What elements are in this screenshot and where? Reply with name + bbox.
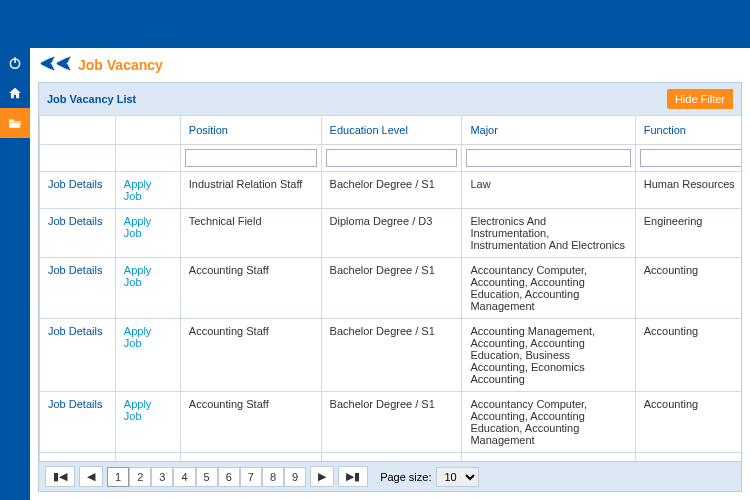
- cell-position: Accounting Staff: [180, 392, 321, 453]
- pager-prev[interactable]: ◀: [79, 466, 103, 487]
- pager-first[interactable]: ▮◀: [45, 466, 75, 487]
- filter-position[interactable]: [185, 149, 317, 167]
- sidebar-item-home[interactable]: [0, 78, 30, 108]
- hide-filter-button[interactable]: Hide Filter: [667, 89, 733, 109]
- cell-position: Accounting Staff: [180, 258, 321, 319]
- pager-last[interactable]: ▶▮: [338, 466, 368, 487]
- page-title: Job Vacancy: [78, 57, 163, 73]
- cell-major: Accountancy Computer, Accounting, Accoun…: [462, 258, 635, 319]
- job-details-link[interactable]: Job Details: [48, 178, 102, 190]
- cell-major: Law: [462, 172, 635, 209]
- home-icon: [8, 86, 22, 100]
- sidebar-item-folder[interactable]: [0, 108, 30, 138]
- page-size-select[interactable]: 10: [436, 467, 479, 487]
- sidebar-item-power[interactable]: [0, 48, 30, 78]
- pager-page-1[interactable]: 1: [107, 467, 129, 487]
- job-details-link[interactable]: Job Details: [48, 215, 102, 227]
- pager-page-6[interactable]: 6: [218, 467, 240, 487]
- cell-education: Bachelor Degree / S1: [321, 172, 462, 209]
- cell-function: Human Resources: [635, 172, 741, 209]
- panel-title: Job Vacancy List: [47, 93, 136, 105]
- cell-education: Bachelor Degree / S1: [321, 319, 462, 392]
- pager-next[interactable]: ▶: [310, 466, 334, 487]
- cell-function: Manufacturing: [635, 453, 741, 462]
- apply-job-link[interactable]: Apply Job: [124, 264, 152, 288]
- folder-open-icon: [8, 116, 22, 130]
- filter-education[interactable]: [326, 149, 458, 167]
- cell-function: Accounting: [635, 319, 741, 392]
- cell-education: Bachelor Degree / S1: [321, 392, 462, 453]
- cell-major: Accounting Management, Accounting, Accou…: [462, 319, 635, 392]
- col-header-position[interactable]: Position: [180, 116, 321, 145]
- sidebar: [0, 48, 30, 500]
- pager: ▮◀ ◀ 123456789 ▶ ▶▮ Page size: 10: [39, 461, 741, 491]
- pager-page-8[interactable]: 8: [262, 467, 284, 487]
- cell-education: Bachelor Degree / S1: [321, 453, 462, 462]
- col-header-education[interactable]: Education Level: [321, 116, 462, 145]
- pager-page-4[interactable]: 4: [173, 467, 195, 487]
- pager-page-2[interactable]: 2: [129, 467, 151, 487]
- apply-job-link[interactable]: Apply Job: [124, 215, 152, 239]
- cell-function: Accounting: [635, 258, 741, 319]
- cell-education: Diploma Degree / D3: [321, 209, 462, 258]
- cell-major: Industrial Engineering: [462, 453, 635, 462]
- col-header-function[interactable]: Function: [635, 116, 741, 145]
- cell-major: Electronics And Instrumentation, Instrum…: [462, 209, 635, 258]
- col-header-blank1: [40, 116, 116, 145]
- job-details-link[interactable]: Job Details: [48, 264, 102, 276]
- cell-major: Accountancy Computer, Accounting, Accoun…: [462, 392, 635, 453]
- pager-page-9[interactable]: 9: [284, 467, 306, 487]
- pager-page-3[interactable]: 3: [151, 467, 173, 487]
- cell-function: Accounting: [635, 392, 741, 453]
- col-header-major[interactable]: Major: [462, 116, 635, 145]
- table-row: Job DetailsApply JobAccounting StaffBach…: [40, 258, 742, 319]
- power-icon: [8, 56, 22, 70]
- cell-position: Industrial Relation Staff: [180, 172, 321, 209]
- vacancy-table: Position Education Level Major Function …: [39, 115, 741, 461]
- cell-function: Engineering: [635, 209, 741, 258]
- pager-page-7[interactable]: 7: [240, 467, 262, 487]
- apply-job-link[interactable]: Apply Job: [124, 178, 152, 202]
- apply-job-link[interactable]: Apply Job: [124, 325, 152, 349]
- table-row: Job DetailsApply JobIndustrial Relation …: [40, 172, 742, 209]
- cell-position: Accounting Staff: [180, 319, 321, 392]
- table-row: Job DetailsApply JobAccounting StaffBach…: [40, 319, 742, 392]
- page-header: ⮜⮜ Job Vacancy: [30, 48, 750, 82]
- job-details-link[interactable]: Job Details: [48, 398, 102, 410]
- col-header-blank2: [115, 116, 180, 145]
- cell-education: Bachelor Degree / S1: [321, 258, 462, 319]
- table-row: Job DetailsApply JobAccounting StaffBach…: [40, 392, 742, 453]
- cell-position: Technical Field: [180, 209, 321, 258]
- table-row: Job DetailsApply JobTechnical FieldDiplo…: [40, 209, 742, 258]
- cell-position: PPIC Staff: [180, 453, 321, 462]
- job-details-link[interactable]: Job Details: [48, 325, 102, 337]
- filter-major[interactable]: [466, 149, 630, 167]
- back-icon[interactable]: ⮜⮜: [40, 56, 72, 74]
- table-row: Job DetailsApply JobPPIC StaffBachelor D…: [40, 453, 742, 462]
- pager-page-5[interactable]: 5: [196, 467, 218, 487]
- top-bar: [0, 0, 750, 48]
- vacancy-panel: Job Vacancy List Hide Filter Position Ed…: [38, 82, 742, 492]
- page-size-label: Page size:: [380, 471, 431, 483]
- filter-function[interactable]: [640, 149, 741, 167]
- apply-job-link[interactable]: Apply Job: [124, 398, 152, 422]
